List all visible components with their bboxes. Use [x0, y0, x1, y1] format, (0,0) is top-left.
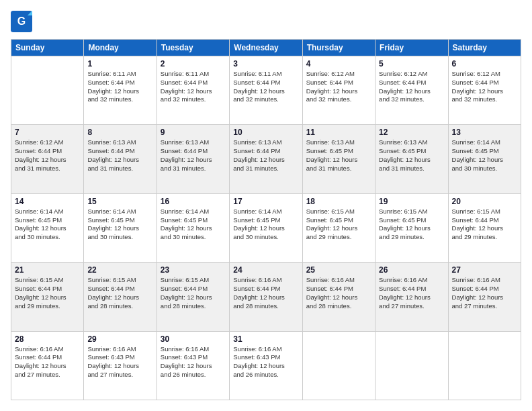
calendar-cell: 22Sunrise: 6:15 AM Sunset: 6:44 PM Dayli… — [84, 263, 157, 331]
cell-info-text: Sunrise: 6:15 AM Sunset: 6:44 PM Dayligh… — [161, 276, 226, 310]
cell-day-number: 19 — [379, 197, 444, 206]
cell-info-text: Sunrise: 6:12 AM Sunset: 6:44 PM Dayligh… — [379, 70, 444, 104]
cell-day-number: 4 — [306, 59, 371, 68]
cell-info-text: Sunrise: 6:14 AM Sunset: 6:45 PM Dayligh… — [87, 208, 152, 242]
cell-info-text: Sunrise: 6:14 AM Sunset: 6:45 PM Dayligh… — [452, 138, 517, 173]
cell-info-text: Sunrise: 6:16 AM Sunset: 6:43 PM Dayligh… — [161, 345, 226, 379]
calendar-cell: 8Sunrise: 6:13 AM Sunset: 6:44 PM Daylig… — [84, 125, 157, 193]
cell-day-number: 18 — [306, 197, 371, 206]
cell-info-text: Sunrise: 6:14 AM Sunset: 6:45 PM Dayligh… — [15, 208, 80, 242]
cell-info-text: Sunrise: 6:16 AM Sunset: 6:43 PM Dayligh… — [87, 345, 152, 379]
svg-text:G: G — [17, 15, 26, 27]
calendar-cell: 31Sunrise: 6:16 AM Sunset: 6:43 PM Dayli… — [230, 331, 302, 400]
calendar-cell: 19Sunrise: 6:15 AM Sunset: 6:45 PM Dayli… — [375, 193, 448, 262]
cell-day-number: 29 — [87, 334, 152, 344]
cell-day-number: 28 — [15, 334, 80, 344]
cell-info-text: Sunrise: 6:12 AM Sunset: 6:44 PM Dayligh… — [306, 70, 371, 104]
cell-day-number: 3 — [233, 59, 298, 68]
cell-info-text: Sunrise: 6:16 AM Sunset: 6:44 PM Dayligh… — [379, 276, 444, 310]
calendar-cell: 2Sunrise: 6:11 AM Sunset: 6:44 PM Daylig… — [157, 56, 229, 125]
cell-info-text: Sunrise: 6:13 AM Sunset: 6:45 PM Dayligh… — [379, 138, 444, 173]
weekday-header-row: SundayMondayTuesdayWednesdayThursdayFrid… — [11, 40, 521, 56]
week-row-1: 1Sunrise: 6:11 AM Sunset: 6:44 PM Daylig… — [11, 56, 521, 125]
cell-day-number: 26 — [379, 265, 444, 275]
calendar-cell: 25Sunrise: 6:16 AM Sunset: 6:44 PM Dayli… — [302, 263, 375, 331]
cell-info-text: Sunrise: 6:15 AM Sunset: 6:45 PM Dayligh… — [379, 208, 444, 242]
cell-day-number: 17 — [233, 197, 298, 206]
cell-day-number: 25 — [306, 265, 371, 275]
weekday-header-sunday: Sunday — [11, 40, 84, 56]
week-row-3: 14Sunrise: 6:14 AM Sunset: 6:45 PM Dayli… — [11, 193, 521, 262]
cell-info-text: Sunrise: 6:11 AM Sunset: 6:44 PM Dayligh… — [87, 70, 152, 104]
cell-info-text: Sunrise: 6:16 AM Sunset: 6:44 PM Dayligh… — [15, 345, 80, 379]
cell-day-number: 7 — [15, 128, 80, 137]
cell-day-number: 1 — [87, 59, 152, 68]
cell-day-number: 15 — [87, 197, 152, 206]
weekday-header-tuesday: Tuesday — [157, 40, 229, 56]
week-row-2: 7Sunrise: 6:12 AM Sunset: 6:44 PM Daylig… — [11, 125, 521, 193]
cell-day-number: 31 — [233, 334, 298, 344]
cell-day-number: 14 — [15, 197, 80, 206]
cell-day-number: 6 — [452, 59, 517, 68]
cell-day-number: 11 — [306, 128, 371, 137]
calendar-cell — [375, 331, 448, 400]
weekday-header-wednesday: Wednesday — [230, 40, 302, 56]
cell-info-text: Sunrise: 6:15 AM Sunset: 6:44 PM Dayligh… — [452, 208, 517, 242]
week-row-5: 28Sunrise: 6:16 AM Sunset: 6:44 PM Dayli… — [11, 331, 521, 400]
cell-info-text: Sunrise: 6:15 AM Sunset: 6:45 PM Dayligh… — [306, 208, 371, 242]
cell-info-text: Sunrise: 6:16 AM Sunset: 6:44 PM Dayligh… — [233, 276, 298, 310]
cell-info-text: Sunrise: 6:14 AM Sunset: 6:45 PM Dayligh… — [161, 208, 226, 242]
calendar-cell: 14Sunrise: 6:14 AM Sunset: 6:45 PM Dayli… — [11, 193, 84, 262]
cell-day-number: 30 — [161, 334, 226, 344]
cell-info-text: Sunrise: 6:13 AM Sunset: 6:44 PM Dayligh… — [161, 138, 226, 173]
calendar-cell: 28Sunrise: 6:16 AM Sunset: 6:44 PM Dayli… — [11, 331, 84, 400]
cell-day-number: 2 — [161, 59, 226, 68]
cell-day-number: 9 — [161, 128, 226, 137]
calendar-cell: 13Sunrise: 6:14 AM Sunset: 6:45 PM Dayli… — [448, 125, 521, 193]
calendar-cell: 24Sunrise: 6:16 AM Sunset: 6:44 PM Dayli… — [230, 263, 302, 331]
calendar-cell: 1Sunrise: 6:11 AM Sunset: 6:44 PM Daylig… — [84, 56, 157, 125]
calendar-cell: 10Sunrise: 6:13 AM Sunset: 6:44 PM Dayli… — [230, 125, 302, 193]
calendar-cell: 15Sunrise: 6:14 AM Sunset: 6:45 PM Dayli… — [84, 193, 157, 262]
cell-info-text: Sunrise: 6:16 AM Sunset: 6:43 PM Dayligh… — [233, 345, 298, 379]
calendar-cell: 9Sunrise: 6:13 AM Sunset: 6:44 PM Daylig… — [157, 125, 229, 193]
cell-day-number: 20 — [452, 197, 517, 206]
calendar-cell — [448, 331, 521, 400]
cell-info-text: Sunrise: 6:15 AM Sunset: 6:44 PM Dayligh… — [87, 276, 152, 310]
calendar-cell: 3Sunrise: 6:11 AM Sunset: 6:44 PM Daylig… — [230, 56, 302, 125]
calendar-cell: 4Sunrise: 6:12 AM Sunset: 6:44 PM Daylig… — [302, 56, 375, 125]
calendar-cell: 16Sunrise: 6:14 AM Sunset: 6:45 PM Dayli… — [157, 193, 229, 262]
cell-info-text: Sunrise: 6:13 AM Sunset: 6:44 PM Dayligh… — [233, 138, 298, 173]
calendar-cell: 17Sunrise: 6:14 AM Sunset: 6:45 PM Dayli… — [230, 193, 302, 262]
calendar-cell: 12Sunrise: 6:13 AM Sunset: 6:45 PM Dayli… — [375, 125, 448, 193]
cell-day-number: 8 — [87, 128, 152, 137]
cell-info-text: Sunrise: 6:15 AM Sunset: 6:44 PM Dayligh… — [15, 276, 80, 310]
logo-icon: G — [11, 11, 32, 32]
week-row-4: 21Sunrise: 6:15 AM Sunset: 6:44 PM Dayli… — [11, 263, 521, 331]
cell-day-number: 12 — [379, 128, 444, 137]
page: G SundayMondayTuesdayWednesdayThursdayFr… — [0, 0, 532, 411]
cell-info-text: Sunrise: 6:11 AM Sunset: 6:44 PM Dayligh… — [161, 70, 226, 104]
cell-info-text: Sunrise: 6:12 AM Sunset: 6:44 PM Dayligh… — [452, 70, 517, 104]
calendar-cell: 20Sunrise: 6:15 AM Sunset: 6:44 PM Dayli… — [448, 193, 521, 262]
calendar-cell: 23Sunrise: 6:15 AM Sunset: 6:44 PM Dayli… — [157, 263, 229, 331]
header: G — [11, 11, 521, 32]
weekday-header-saturday: Saturday — [448, 40, 521, 56]
cell-info-text: Sunrise: 6:13 AM Sunset: 6:44 PM Dayligh… — [87, 138, 152, 173]
calendar-cell: 27Sunrise: 6:16 AM Sunset: 6:44 PM Dayli… — [448, 263, 521, 331]
cell-info-text: Sunrise: 6:12 AM Sunset: 6:44 PM Dayligh… — [15, 138, 80, 173]
calendar-cell — [302, 331, 375, 400]
cell-day-number: 5 — [379, 59, 444, 68]
calendar-cell: 18Sunrise: 6:15 AM Sunset: 6:45 PM Dayli… — [302, 193, 375, 262]
logo: G — [11, 11, 35, 32]
cell-info-text: Sunrise: 6:11 AM Sunset: 6:44 PM Dayligh… — [233, 70, 298, 104]
cell-info-text: Sunrise: 6:13 AM Sunset: 6:45 PM Dayligh… — [306, 138, 371, 173]
weekday-header-thursday: Thursday — [302, 40, 375, 56]
calendar-cell: 29Sunrise: 6:16 AM Sunset: 6:43 PM Dayli… — [84, 331, 157, 400]
cell-day-number: 27 — [452, 265, 517, 275]
calendar-table: SundayMondayTuesdayWednesdayThursdayFrid… — [11, 39, 521, 400]
cell-day-number: 22 — [87, 265, 152, 275]
cell-day-number: 21 — [15, 265, 80, 275]
calendar-cell: 7Sunrise: 6:12 AM Sunset: 6:44 PM Daylig… — [11, 125, 84, 193]
calendar-cell: 5Sunrise: 6:12 AM Sunset: 6:44 PM Daylig… — [375, 56, 448, 125]
